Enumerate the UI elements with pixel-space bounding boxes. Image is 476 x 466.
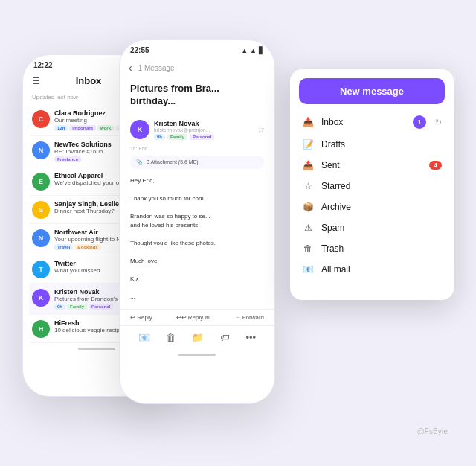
body-line: Brandon was so happy to se... — [130, 212, 264, 221]
menu-item-sent[interactable]: 📤 Sent 4 — [290, 155, 454, 176]
more-toolbar-icon[interactable]: ••• — [245, 332, 256, 343]
body-line: Much love, — [130, 257, 264, 266]
label-toolbar-icon[interactable]: 🏷 — [220, 332, 230, 343]
inbox-menu-label: Inbox — [321, 117, 405, 127]
tag: Personal — [190, 134, 214, 140]
tag: Family — [167, 134, 187, 140]
sender-name: Kristen Novak — [154, 120, 254, 127]
drafts-menu-icon: 📝 — [302, 139, 314, 150]
sent-menu-icon: 📤 — [302, 160, 314, 170]
sync-icon: ↻ — [435, 118, 442, 127]
menu-panel: New message 📥 Inbox 1 ↻ 📝 Drafts 📤 Sent … — [290, 69, 454, 300]
sender-row: K Kristen Novak kristennovak@pronjon... … — [120, 115, 274, 144]
body-ellipsis: ... — [130, 293, 264, 301]
forward-button[interactable]: → Forward — [234, 314, 264, 321]
body-line: Thank you so much for com... — [130, 194, 264, 203]
tag: Travel — [54, 244, 73, 250]
tag: Freelance — [54, 156, 81, 162]
phone-email-detail: 22:55 ▲ ▲ ▋ ‹ 1 Message Pictures from Br… — [119, 39, 275, 404]
sender-tags: 9h Family Personal — [154, 134, 254, 140]
tag: 9h — [54, 304, 65, 310]
time-middle: 22:55 — [130, 46, 149, 54]
email-detail-title: Pictures from Bra...birthday... — [130, 83, 264, 108]
starred-menu-label: Starred — [321, 181, 442, 191]
bottom-toolbar: 📧 🗑 📁 🏷 ••• — [120, 325, 274, 349]
body-line: and he loved his presents. — [130, 221, 264, 230]
status-bar-middle: 22:55 ▲ ▲ ▋ — [120, 40, 274, 57]
starred-menu-icon: ☆ — [302, 181, 314, 191]
tag: Bookings — [74, 244, 100, 250]
wifi-icon: ▲ — [250, 47, 257, 54]
avatar-twitter: T — [32, 261, 50, 278]
sender-info: Kristen Novak kristennovak@pronjon... 9h… — [154, 120, 254, 140]
menu-item-drafts[interactable]: 📝 Drafts — [290, 134, 454, 155]
tag: important — [69, 125, 96, 131]
sent-badge: 4 — [429, 161, 442, 170]
avatar-ethical: E — [32, 173, 50, 191]
body-line: Hey Eric, — [130, 176, 264, 185]
reply-all-button[interactable]: ↩↩ Reply all — [176, 314, 211, 321]
inbox-title: Inbox — [76, 75, 102, 86]
menu-item-all-mail[interactable]: 📧 All mail — [290, 259, 454, 280]
inbox-badge: 1 — [413, 115, 426, 129]
watermark: @FsByte — [417, 427, 448, 435]
time-left: 12:22 — [33, 61, 53, 69]
archive-menu-icon: 📦 — [302, 202, 314, 212]
avatar-northwest: N — [32, 229, 50, 247]
updated-text: Updated just now — [32, 94, 78, 100]
tag: Personal — [89, 304, 113, 310]
menu-item-trash[interactable]: 🗑 Trash — [290, 238, 454, 259]
signal-icon: ▲ — [241, 47, 248, 54]
email-body: Hey Eric, Thank you so much for com... B… — [120, 172, 274, 306]
avatar-clara: C — [32, 110, 50, 128]
back-button[interactable]: ‹ — [129, 62, 132, 74]
avatar-hifresh: H — [32, 320, 50, 338]
delete-toolbar-icon[interactable]: 🗑 — [166, 332, 176, 343]
tag: work — [97, 125, 114, 131]
home-indicator-middle — [120, 349, 274, 359]
msg-time: 17 — [258, 127, 264, 133]
spam-menu-label: Spam — [321, 223, 442, 233]
scene: 12:22 ▲ ▲ ▋ ☰ Inbox 🔍 ✏ Updated just now… — [22, 25, 454, 441]
tag: 9h — [154, 134, 165, 140]
battery-icon: ▋ — [259, 47, 264, 54]
reply-bar: ↩ Reply ↩↩ Reply all → Forward — [120, 309, 274, 325]
to-field: To: Eric... — [120, 144, 274, 153]
new-message-button[interactable]: New message — [299, 78, 445, 104]
menu-item-inbox[interactable]: 📥 Inbox 1 ↻ — [290, 110, 454, 134]
body-line: K x — [130, 275, 264, 284]
attachment-icon: 📎 — [136, 159, 143, 165]
all-mail-menu-label: All mail — [321, 264, 442, 275]
sent-menu-label: Sent — [321, 160, 422, 170]
menu-item-starred[interactable]: ☆ Starred — [290, 176, 454, 197]
email-detail-header: Pictures from Bra...birthday... — [120, 78, 274, 115]
attachment-bar[interactable]: 📎 3 Attachment (5.6 MB) — [130, 156, 264, 169]
menu-item-archive[interactable]: 📦 Archive — [290, 197, 454, 217]
tag: 12h — [54, 125, 68, 131]
all-mail-menu-icon: 📧 — [302, 264, 314, 275]
drafts-menu-label: Drafts — [321, 139, 442, 150]
archive-menu-label: Archive — [321, 202, 442, 212]
status-icons-middle: ▲ ▲ ▋ — [241, 47, 264, 54]
menu-item-spam[interactable]: ⚠ Spam — [290, 217, 454, 238]
avatar-newtec: N — [32, 141, 50, 159]
spam-menu-icon: ⚠ — [302, 223, 314, 233]
tag: Family — [67, 304, 87, 310]
message-count: 1 Message — [138, 64, 175, 72]
email-detail-nav: ‹ 1 Message — [120, 57, 274, 78]
inbox-menu-icon: 📥 — [302, 117, 314, 127]
trash-menu-icon: 🗑 — [302, 243, 314, 254]
archive-toolbar-icon[interactable]: 📁 — [192, 332, 204, 343]
avatar-kristen: K — [32, 289, 50, 307]
trash-menu-label: Trash — [321, 243, 442, 254]
reply-button[interactable]: ↩ Reply — [130, 314, 152, 321]
sender-email: kristennovak@pronjon... — [154, 127, 254, 133]
sender-avatar: K — [130, 120, 149, 139]
avatar-sanjay: S — [32, 201, 50, 219]
body-line: Thought you'd like these photos. — [130, 239, 264, 248]
menu-icon[interactable]: ☰ — [32, 76, 40, 86]
mail-toolbar-icon[interactable]: 📧 — [138, 332, 150, 343]
attachment-text: 3 Attachment (5.6 MB) — [147, 159, 199, 165]
